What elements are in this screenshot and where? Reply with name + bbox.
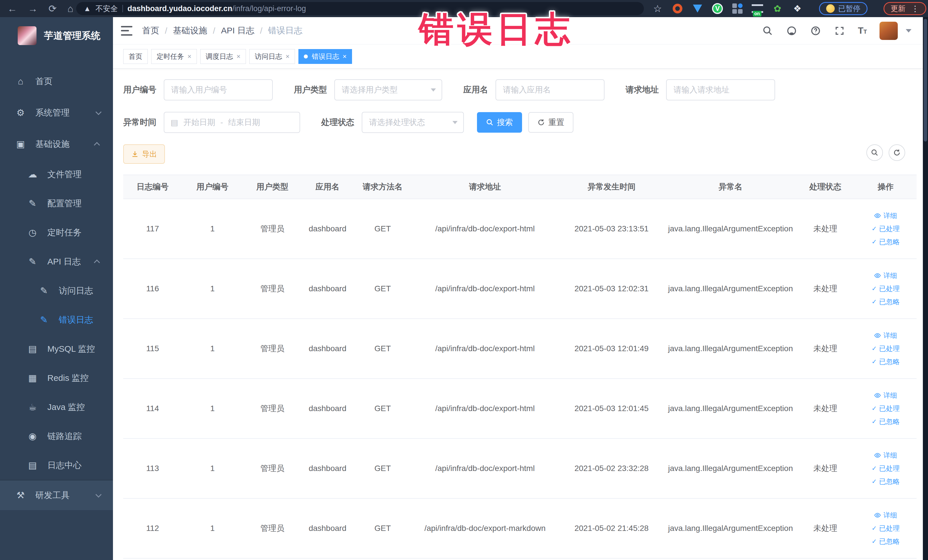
- database-icon: ▤: [26, 343, 39, 354]
- request-url-input[interactable]: [666, 79, 775, 101]
- font-size-icon[interactable]: TT: [858, 25, 867, 36]
- breadcrumb-home[interactable]: 首页: [142, 25, 159, 37]
- tab-dispatch-logs[interactable]: 调度日志 ×: [200, 49, 246, 64]
- close-icon[interactable]: ×: [285, 52, 290, 61]
- app-logo-row[interactable]: 芋道管理系统: [0, 17, 113, 54]
- sidebar-item-file-management[interactable]: ☁ 文件管理: [0, 160, 113, 189]
- chevron-down-icon: [96, 109, 102, 115]
- detail-link[interactable]: 详细: [874, 511, 897, 520]
- refresh-button[interactable]: [888, 144, 905, 161]
- mark-ignored-link[interactable]: ✓已忽略: [872, 237, 899, 246]
- mark-ignored-link[interactable]: ✓已忽略: [872, 537, 899, 546]
- browser-scrollbar[interactable]: [923, 17, 928, 560]
- check-icon: ✓: [872, 525, 877, 532]
- sidebar-item-redis-monitor[interactable]: ▦ Redis 监控: [0, 363, 113, 392]
- column-header: 请求地址: [412, 182, 558, 192]
- close-icon[interactable]: ×: [188, 52, 191, 61]
- tab-home[interactable]: 首页: [123, 49, 148, 64]
- tab-scheduled-tasks[interactable]: 定时任务 ×: [151, 49, 197, 64]
- browser-update-button[interactable]: 更新 ⋮: [884, 2, 926, 15]
- mark-processed-link[interactable]: ✓已处理: [872, 524, 899, 533]
- paused-extension-badge[interactable]: 已暂停: [819, 2, 867, 15]
- filter-row-2: 异常时间 ▤ 开始日期 - 结束日期 处理状态 请选择处理状态 搜索 重置: [123, 112, 920, 133]
- browser-home-icon[interactable]: ⌂: [68, 4, 73, 14]
- extension-on-icon[interactable]: on: [752, 3, 763, 14]
- sidebar-item-infrastructure[interactable]: ▣ 基础设施: [0, 128, 113, 160]
- breadcrumb-infrastructure[interactable]: 基础设施: [173, 25, 207, 37]
- search-icon[interactable]: [762, 25, 773, 37]
- sidebar-item-access-logs[interactable]: ✎ 访问日志: [0, 276, 113, 305]
- mark-processed-link[interactable]: ✓已处理: [872, 464, 899, 473]
- sidebar-item-dev-tools[interactable]: ⚒ 研发工具: [0, 480, 113, 510]
- chevron-down-icon: [452, 121, 458, 124]
- extension-shield-icon[interactable]: [692, 3, 703, 14]
- check-icon: ✓: [872, 225, 877, 232]
- fullscreen-icon[interactable]: [834, 25, 845, 37]
- user-id-label: 用户编号: [123, 84, 156, 96]
- mark-processed-link[interactable]: ✓已处理: [872, 284, 899, 293]
- browser-back-icon[interactable]: ←: [8, 4, 17, 14]
- sidebar-item-system-management[interactable]: ⚙ 系统管理: [0, 97, 113, 128]
- user-avatar[interactable]: [879, 22, 898, 40]
- sidebar-item-java-monitor[interactable]: ☕ Java 监控: [0, 392, 113, 422]
- detail-link[interactable]: 详细: [874, 331, 897, 340]
- extension-v-icon[interactable]: V: [712, 3, 723, 14]
- status-badge: 未处理: [796, 463, 855, 474]
- extensions-puzzle-icon[interactable]: ❖: [792, 3, 803, 14]
- sidebar-item-log-center[interactable]: ▤ 日志中心: [0, 451, 113, 480]
- tab-error-logs[interactable]: 错误日志 ×: [298, 49, 352, 64]
- status-badge: 未处理: [796, 343, 855, 354]
- export-button[interactable]: 导出: [123, 144, 165, 164]
- breadcrumb-api-logs[interactable]: API 日志: [221, 25, 255, 37]
- filter-row-1: 用户编号 用户类型 请选择用户类型 应用名 请求地址: [123, 79, 920, 101]
- emoji-face-icon: [826, 4, 835, 13]
- table-row: 114 1 管理员 dashboard GET /api/infra/db-do…: [123, 379, 917, 439]
- scrollbar-thumb[interactable]: [924, 19, 927, 142]
- detail-link[interactable]: 详细: [874, 451, 897, 460]
- user-id-input[interactable]: [164, 79, 273, 101]
- sidebar-collapse-icon[interactable]: [121, 26, 132, 36]
- process-status-select[interactable]: 请选择处理状态: [362, 112, 464, 133]
- extension-leaf-icon[interactable]: ✿: [772, 3, 783, 14]
- browser-menu-icon[interactable]: ⋮: [911, 4, 919, 14]
- mark-processed-link[interactable]: ✓已处理: [872, 224, 899, 233]
- close-icon[interactable]: ×: [237, 52, 241, 61]
- mark-processed-link[interactable]: ✓已处理: [872, 404, 899, 413]
- detail-link[interactable]: 详细: [874, 391, 897, 400]
- detail-link[interactable]: 详细: [874, 211, 897, 220]
- toggle-search-button[interactable]: [866, 144, 883, 161]
- extension-grid-icon[interactable]: [732, 3, 743, 14]
- search-button[interactable]: 搜索: [477, 112, 522, 133]
- mark-ignored-link[interactable]: ✓已忽略: [872, 417, 899, 426]
- user-menu-caret-icon[interactable]: [906, 29, 911, 32]
- sidebar-item-trace[interactable]: ◉ 链路追踪: [0, 422, 113, 451]
- sidebar-item-error-logs[interactable]: ✎ 错误日志: [0, 305, 113, 334]
- process-status-label: 处理状态: [321, 117, 354, 128]
- sidebar-item-scheduled-tasks[interactable]: ◷ 定时任务: [0, 218, 113, 247]
- detail-link[interactable]: 详细: [874, 271, 897, 280]
- browser-reload-icon[interactable]: ⟳: [49, 4, 57, 14]
- sidebar-item-api-logs[interactable]: ✎ API 日志: [0, 247, 113, 276]
- coffee-icon: ☕: [26, 402, 39, 412]
- sidebar-item-home[interactable]: ⌂ 首页: [0, 66, 113, 97]
- sidebar-item-config-management[interactable]: ✎ 配置管理: [0, 189, 113, 218]
- browser-forward-icon[interactable]: →: [28, 4, 38, 14]
- exception-time-range-picker[interactable]: ▤ 开始日期 - 结束日期: [164, 112, 300, 133]
- app-name-input[interactable]: [496, 79, 604, 101]
- mark-processed-link[interactable]: ✓已处理: [872, 344, 899, 353]
- bookmark-star-icon[interactable]: ☆: [652, 3, 663, 14]
- extension-orange-icon[interactable]: [672, 3, 683, 14]
- sidebar-item-mysql-monitor[interactable]: ▤ MySQL 监控: [0, 334, 113, 363]
- user-type-select[interactable]: 请选择用户类型: [334, 79, 442, 101]
- request-url-label: 请求地址: [626, 84, 659, 96]
- reset-button[interactable]: 重置: [528, 112, 573, 133]
- mark-ignored-link[interactable]: ✓已忽略: [872, 477, 899, 486]
- check-icon: ✓: [872, 405, 877, 412]
- mark-ignored-link[interactable]: ✓已忽略: [872, 297, 899, 307]
- tab-access-logs[interactable]: 访问日志 ×: [249, 49, 295, 64]
- app-logo: [18, 26, 37, 45]
- mark-ignored-link[interactable]: ✓已忽略: [872, 357, 899, 366]
- help-icon[interactable]: [810, 25, 821, 37]
- close-icon[interactable]: ×: [343, 52, 346, 61]
- github-icon[interactable]: [786, 25, 797, 37]
